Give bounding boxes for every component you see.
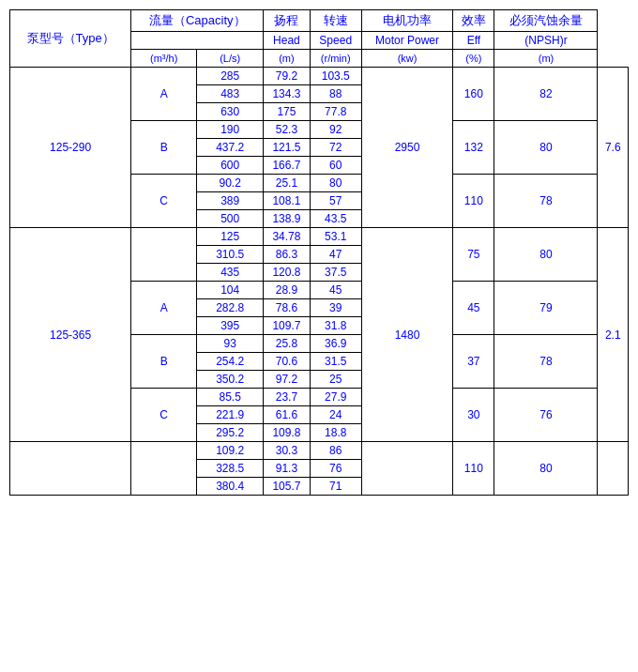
header-m3h: (m³/h) xyxy=(131,50,197,68)
header-ls: (L/s) xyxy=(197,50,264,68)
header-motorpower-en: Motor Power xyxy=(361,32,452,50)
header-motorpower-top: 电机功率 xyxy=(361,10,452,32)
header-head-en: Head xyxy=(264,32,310,50)
table-row: 125-36512534.7853.1148075802.1 xyxy=(10,228,629,246)
header-motorpower-unit: (kw) xyxy=(361,50,452,68)
sub-type-cell: B xyxy=(131,121,197,175)
header-speed-en: Speed xyxy=(310,32,361,50)
header-eff-top: 效率 xyxy=(453,10,494,32)
header-npsh-unit: (m) xyxy=(494,50,598,68)
pump-specs-table: 泵型号（Type） 流量（Capacity） 扬程 转速 电机功率 效率 必须汽… xyxy=(9,9,629,496)
header-speed-top: 转速 xyxy=(310,10,361,32)
header-capacity: 流量（Capacity） xyxy=(131,10,264,32)
header-eff-en: Eff xyxy=(453,32,494,50)
pump-type-cell: 125-290 xyxy=(10,68,131,228)
header-capacity-blank xyxy=(131,32,264,50)
header-npsh-top: 必须汽蚀余量 xyxy=(494,10,598,32)
table-row: 125-290A28579.2103.52950160827.6 xyxy=(10,68,629,85)
sub-type-cell: C xyxy=(131,175,197,228)
header-npsh-en: (NPSH)r xyxy=(494,32,598,50)
header-head-top: 扬程 xyxy=(264,10,310,32)
header-speed-unit: (r/min) xyxy=(310,50,361,68)
header-eff-unit: (%) xyxy=(453,50,494,68)
table-row: 109.230.38611080 xyxy=(10,442,629,460)
header-head-unit: (m) xyxy=(264,50,310,68)
header-type: 泵型号（Type） xyxy=(10,10,131,68)
sub-type-cell: A xyxy=(131,68,197,121)
